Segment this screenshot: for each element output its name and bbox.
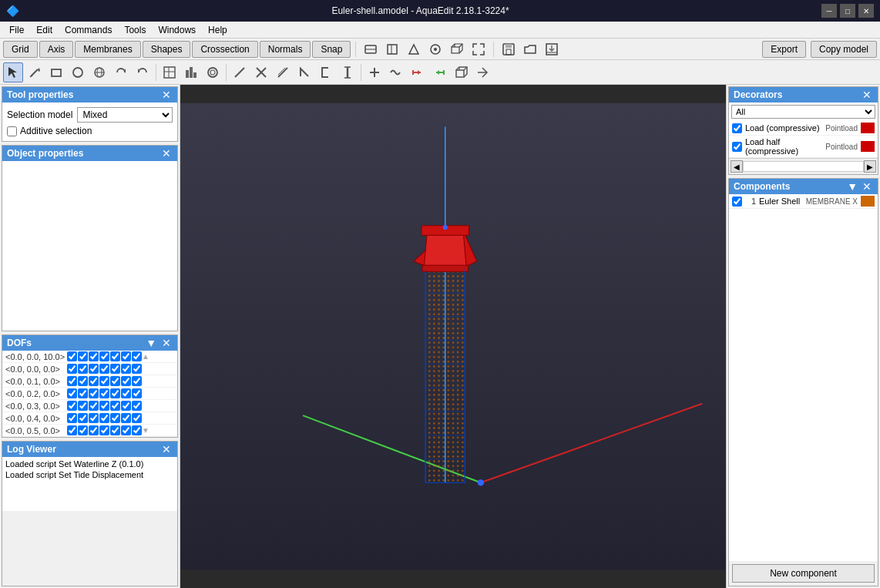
dof-check[interactable] [99, 351, 109, 361]
dof-check[interactable] [132, 376, 142, 386]
dof-check[interactable] [89, 401, 99, 411]
dof-check[interactable] [110, 351, 120, 361]
dof-check[interactable] [78, 425, 88, 435]
undo-tool-btn[interactable] [133, 62, 153, 82]
dof-check[interactable] [132, 401, 142, 411]
dof-check[interactable] [89, 364, 99, 374]
dof-check[interactable] [121, 364, 131, 374]
dof-check[interactable] [78, 401, 88, 411]
dof-check[interactable] [78, 364, 88, 374]
selection-model-select[interactable]: Mixed Single Multiple [77, 107, 173, 123]
decorator-item-1-check[interactable] [732, 123, 742, 133]
decorator-item-2-check[interactable] [732, 142, 742, 152]
dof-check[interactable] [67, 388, 77, 398]
bar-tool-btn[interactable] [181, 62, 201, 82]
dof-check[interactable] [67, 413, 77, 423]
object-properties-close[interactable]: ✕ [160, 148, 173, 159]
component-1-check[interactable] [732, 197, 742, 207]
bracket-tool-btn[interactable] [316, 62, 336, 82]
grid-tool-btn[interactable] [160, 62, 180, 82]
dof-check[interactable] [121, 401, 131, 411]
dof-check[interactable] [121, 376, 131, 386]
dof-check[interactable] [132, 364, 142, 374]
dof-check[interactable] [121, 425, 131, 435]
menu-edit[interactable]: Edit [30, 23, 59, 37]
camera-btn-6[interactable] [469, 39, 489, 59]
plus-tool-btn[interactable] [364, 62, 385, 82]
tab-crossection[interactable]: Crossection [192, 41, 257, 58]
diag-tool-btn[interactable] [273, 62, 293, 82]
arrow-r-tool-btn[interactable] [408, 62, 428, 82]
decorator-scroll-left[interactable]: ◀ [731, 160, 743, 173]
pipe-tool-btn[interactable] [338, 62, 358, 82]
export-button[interactable]: Export [762, 41, 806, 58]
dof-check[interactable] [67, 425, 77, 435]
camera-btn-4[interactable] [425, 39, 445, 59]
open-icon-btn[interactable] [520, 39, 540, 59]
dof-check[interactable] [110, 413, 120, 423]
angle-tool-btn[interactable] [294, 62, 314, 82]
dof-check[interactable] [132, 388, 142, 398]
box-tool-btn[interactable] [451, 62, 471, 82]
decorator-filter-select[interactable]: All Load Displacement [731, 105, 875, 119]
pencil-tool-btn[interactable] [25, 62, 45, 82]
camera-btn-5[interactable] [447, 39, 467, 59]
minimize-button[interactable]: ─ [821, 4, 837, 18]
dof-check[interactable] [99, 388, 109, 398]
dof-check[interactable] [67, 351, 77, 361]
dof-check[interactable] [132, 413, 142, 423]
tab-membranes[interactable]: Membranes [75, 41, 140, 58]
dof-check[interactable] [132, 425, 142, 435]
close-button[interactable]: ✕ [858, 4, 874, 18]
dof-check[interactable] [99, 364, 109, 374]
maximize-button[interactable]: □ [840, 4, 855, 18]
decorators-close[interactable]: ✕ [861, 89, 873, 100]
dof-check[interactable] [110, 388, 120, 398]
arrow-l-tool-btn[interactable] [429, 62, 449, 82]
expand-tool-btn[interactable] [472, 62, 492, 82]
cross-tool-btn[interactable] [251, 62, 271, 82]
camera-btn-3[interactable] [404, 39, 424, 59]
tab-axis[interactable]: Axis [39, 41, 74, 58]
dof-check[interactable] [67, 401, 77, 411]
ring-tool-btn[interactable] [203, 62, 223, 82]
camera-btn-2[interactable] [382, 39, 402, 59]
dof-check[interactable] [110, 376, 120, 386]
sphere-tool-btn[interactable] [89, 62, 109, 82]
slash-tool-btn[interactable] [230, 62, 250, 82]
dof-check[interactable] [121, 388, 131, 398]
menu-commands[interactable]: Commands [59, 23, 118, 37]
tab-shapes[interactable]: Shapes [143, 41, 191, 58]
tab-normals[interactable]: Normals [260, 41, 311, 58]
decorator-scroll-track[interactable] [743, 161, 864, 172]
dof-check[interactable] [110, 364, 120, 374]
dof-check[interactable] [78, 413, 88, 423]
dof-check[interactable] [89, 351, 99, 361]
camera-btn-1[interactable] [361, 39, 381, 59]
dof-check[interactable] [78, 388, 88, 398]
dof-check[interactable] [99, 401, 109, 411]
tool-properties-close[interactable]: ✕ [160, 89, 173, 100]
dof-check[interactable] [132, 351, 142, 361]
dof-check[interactable] [78, 376, 88, 386]
dof-check[interactable] [121, 351, 131, 361]
components-close-btn[interactable]: ✕ [861, 181, 873, 192]
dof-check[interactable] [110, 401, 120, 411]
menu-help[interactable]: Help [202, 23, 233, 37]
log-viewer-close[interactable]: ✕ [160, 444, 173, 455]
rotate-tool-btn[interactable] [111, 62, 131, 82]
circle-tool-btn[interactable] [68, 62, 88, 82]
copy-model-button[interactable]: Copy model [811, 41, 877, 58]
dof-check[interactable] [78, 351, 88, 361]
viewport[interactable] [180, 85, 726, 588]
save-icon-btn[interactable] [499, 39, 519, 59]
decorator-scroll-right[interactable]: ▶ [864, 160, 876, 173]
dofs-close-btn[interactable]: ✕ [160, 338, 173, 348]
components-collapse-btn[interactable]: ▼ [845, 181, 859, 192]
dof-check[interactable] [99, 376, 109, 386]
additive-selection-checkbox[interactable] [7, 126, 17, 136]
new-component-button[interactable]: New component [732, 564, 875, 583]
tab-snap[interactable]: Snap [312, 41, 351, 58]
dof-check[interactable] [121, 413, 131, 423]
dof-check[interactable] [89, 413, 99, 423]
